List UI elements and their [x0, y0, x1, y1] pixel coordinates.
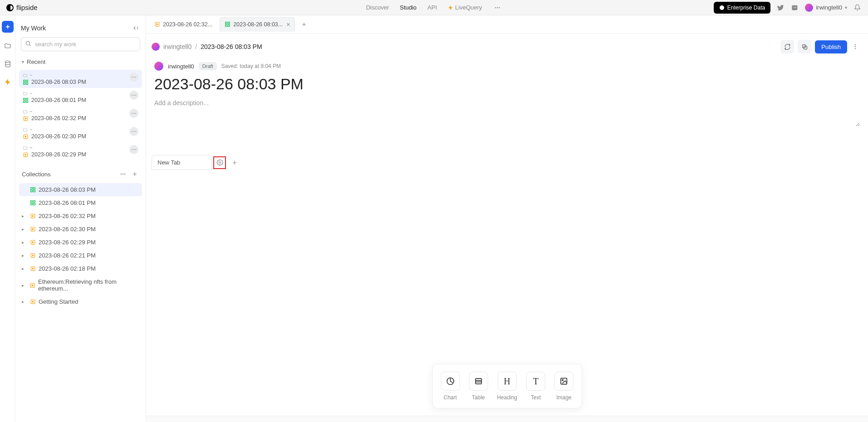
nav-discover[interactable]: Discover: [366, 4, 389, 11]
collection-item[interactable]: 2023-08-26 08:03 PM: [19, 183, 142, 196]
svg-rect-27: [34, 204, 35, 205]
recent-item[interactable]: ~2023-08-26 02:32 PM⋯: [19, 106, 142, 124]
recent-more-icon[interactable]: ⋯: [129, 127, 138, 136]
svg-point-3: [720, 5, 724, 10]
brand-logo[interactable]: flipside: [6, 4, 38, 11]
bell-icon[interactable]: [853, 3, 862, 12]
publish-button[interactable]: Publish: [815, 40, 847, 53]
recent-item[interactable]: ~2023-08-26 08:03 PM⋯: [19, 70, 142, 88]
main: My Work ▾ Recent ~2023-08-26 08:03 PM⋯~2…: [0, 15, 868, 422]
chevron-right-icon: ▸: [22, 266, 27, 271]
svg-rect-37: [228, 22, 230, 24]
svg-point-5: [26, 41, 29, 45]
table-icon: [469, 372, 488, 391]
doc-tab[interactable]: 2023-08-26 02:32...: [150, 17, 217, 32]
collection-item[interactable]: 2023-08-26 08:01 PM: [19, 196, 142, 209]
inner-tab-label: New Tab: [157, 159, 180, 166]
nav-studio[interactable]: Studio: [400, 4, 417, 11]
widget-table[interactable]: Table: [469, 372, 488, 401]
widget-chart-label: Chart: [443, 394, 456, 401]
collection-item[interactable]: ▸Getting Started: [19, 295, 142, 308]
collapse-sidebar-icon[interactable]: [131, 24, 140, 33]
breadcrumb-actions: Publish: [780, 40, 860, 53]
svg-rect-13: [26, 101, 28, 102]
collections-more-icon[interactable]: [118, 170, 128, 179]
recent-section-toggle[interactable]: ▾ Recent: [19, 55, 142, 66]
recent-path: ~: [23, 127, 86, 132]
tab-close-icon[interactable]: ×: [286, 21, 290, 28]
collection-item[interactable]: ▸2023-08-26 02:21 PM: [19, 249, 142, 262]
collection-type-icon: [29, 282, 35, 288]
inner-tab-add-button[interactable]: [229, 157, 240, 169]
rail-bolt-icon[interactable]: [3, 77, 13, 87]
collection-name: 2023-08-26 02:32 PM: [39, 213, 96, 219]
refresh-button[interactable]: [780, 40, 794, 53]
collection-type-icon: [30, 299, 36, 305]
svg-rect-20: [31, 188, 33, 189]
collection-item[interactable]: ▸2023-08-26 02:29 PM: [19, 236, 142, 249]
recent-more-icon[interactable]: ⋯: [129, 145, 138, 154]
svg-point-42: [855, 44, 856, 45]
horizontal-scrollbar[interactable]: [146, 416, 868, 422]
collection-item[interactable]: ▸2023-08-26 02:18 PM: [19, 262, 142, 275]
tab-add-button[interactable]: [298, 18, 310, 31]
nav-api[interactable]: API: [427, 4, 437, 11]
nav-livequery[interactable]: LiveQuery: [448, 4, 482, 11]
recent-item[interactable]: ~2023-08-26 02:29 PM⋯: [19, 142, 142, 160]
enterprise-button[interactable]: Enterprise Data: [714, 2, 770, 14]
recent-more-icon[interactable]: ⋯: [129, 91, 138, 100]
breadcrumb-row: irwingtell0 / 2023-08-26 08:03 PM Publis…: [146, 34, 868, 56]
more-vertical-icon[interactable]: [851, 42, 860, 51]
widget-heading[interactable]: H Heading: [497, 372, 517, 401]
text-icon: T: [526, 372, 545, 391]
recent-more-icon[interactable]: ⋯: [129, 73, 138, 82]
breadcrumb-title: 2023-08-26 08:03 PM: [201, 43, 262, 50]
twitter-icon[interactable]: [776, 3, 785, 12]
bolt-icon: [448, 5, 453, 11]
widget-chart[interactable]: Chart: [441, 372, 460, 401]
search-input[interactable]: [21, 37, 140, 51]
inner-tab-new[interactable]: New Tab: [152, 155, 211, 170]
svg-rect-38: [226, 25, 227, 27]
chevron-right-icon: ▸: [22, 283, 27, 288]
doc-title[interactable]: 2023-08-26 08:03 PM: [146, 73, 868, 95]
collection-item[interactable]: ▸Ethereum:Retrieving nfts from ethereum.…: [19, 275, 142, 295]
brand-name: flipside: [16, 4, 38, 11]
image-icon: [554, 372, 574, 391]
gear-icon: [216, 159, 223, 166]
user-menu[interactable]: irwingtell0 ▾: [805, 4, 847, 12]
doc-description-input[interactable]: [154, 99, 860, 126]
doc-user[interactable]: irwingtell0: [168, 63, 194, 70]
collection-item[interactable]: ▸2023-08-26 02:30 PM: [19, 223, 142, 236]
collection-name: 2023-08-26 02:21 PM: [39, 252, 96, 259]
collection-item[interactable]: ▸2023-08-26 02:32 PM: [19, 209, 142, 223]
tab-type-icon: [154, 21, 160, 27]
widget-image[interactable]: Image: [554, 372, 574, 401]
nav-more-icon[interactable]: [493, 3, 502, 12]
breadcrumb-avatar-icon: [152, 43, 160, 51]
doc-tab[interactable]: 2023-08-26 08:03...×: [220, 17, 295, 32]
svg-rect-12: [24, 101, 25, 102]
recent-label: Recent: [27, 58, 45, 65]
sidebar-header: My Work: [19, 21, 142, 34]
svg-rect-26: [31, 204, 33, 205]
rail-add-button[interactable]: [2, 21, 14, 33]
copy-button[interactable]: [798, 40, 811, 53]
rail-folder-icon[interactable]: [3, 41, 13, 51]
widget-text[interactable]: T Text: [526, 372, 545, 401]
discord-icon[interactable]: [790, 3, 799, 12]
chevron-right-icon: ▸: [22, 213, 27, 218]
breadcrumb: irwingtell0 / 2023-08-26 08:03 PM: [152, 43, 262, 51]
svg-point-49: [562, 379, 564, 381]
recent-more-icon[interactable]: ⋯: [129, 109, 138, 118]
collection-name: 2023-08-26 08:01 PM: [39, 199, 96, 206]
tab-settings-button[interactable]: [213, 156, 226, 169]
rail-database-icon[interactable]: [3, 59, 13, 69]
breadcrumb-user[interactable]: irwingtell0: [163, 43, 191, 50]
collections-add-icon[interactable]: [130, 170, 139, 179]
recent-item[interactable]: ~2023-08-26 08:01 PM⋯: [19, 88, 142, 106]
recent-item[interactable]: ~2023-08-26 02:30 PM⋯: [19, 124, 142, 142]
svg-rect-9: [26, 82, 28, 84]
collection-type-icon: [30, 200, 36, 206]
tab-label: 2023-08-26 02:32...: [163, 21, 212, 28]
